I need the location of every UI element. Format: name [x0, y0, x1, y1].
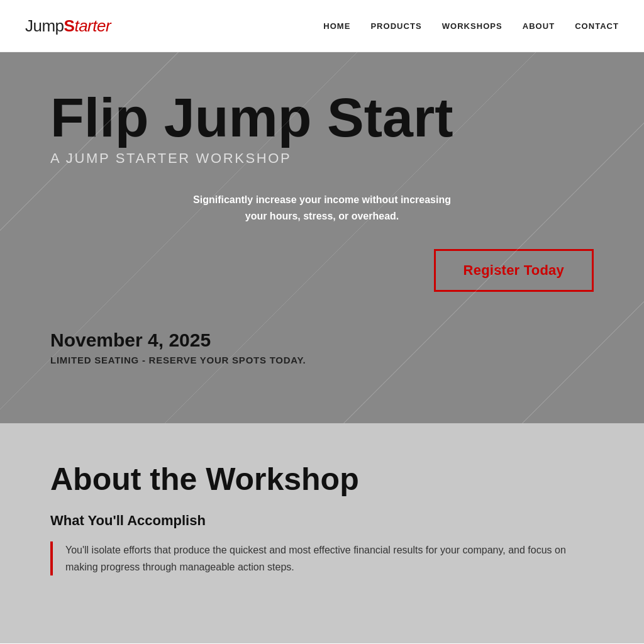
site-header: JumpStarter HOME PRODUCTS WORKSHOPS ABOU…: [0, 0, 644, 52]
logo-jump: Jump: [25, 16, 64, 36]
hero-title: Flip Jump Start: [50, 90, 594, 145]
hero-subtitle: A JUMP STARTER WORKSHOP: [50, 150, 594, 167]
logo-tarter: tarter: [74, 16, 111, 36]
hero-date: November 4, 2025: [50, 330, 594, 351]
nav-home[interactable]: HOME: [323, 21, 350, 31]
about-section: About the Workshop What You'll Accomplis…: [0, 423, 644, 643]
hero-seating: LIMITED SEATING - RESERVE YOUR SPOTS TOD…: [50, 355, 594, 365]
nav-workshops[interactable]: WORKSHOPS: [442, 21, 502, 31]
nav-contact[interactable]: CONTACT: [575, 21, 619, 31]
about-title: About the Workshop: [50, 461, 594, 497]
logo-s: S: [64, 16, 75, 36]
hero-section: Flip Jump Start A JUMP STARTER WORKSHOP …: [0, 52, 644, 423]
site-logo[interactable]: JumpStarter: [25, 16, 111, 36]
about-subtitle: What You'll Accomplish: [50, 513, 594, 529]
register-wrap: Register Today: [50, 249, 594, 292]
hero-description: Significantly increase your income witho…: [190, 192, 454, 224]
about-blockquote: You'll isolate efforts that produce the …: [50, 541, 594, 575]
nav-products[interactable]: PRODUCTS: [370, 21, 421, 31]
register-button[interactable]: Register Today: [434, 249, 594, 292]
main-nav: HOME PRODUCTS WORKSHOPS ABOUT CONTACT: [323, 21, 619, 31]
about-body: You'll isolate efforts that produce the …: [65, 541, 594, 575]
nav-about[interactable]: ABOUT: [523, 21, 555, 31]
